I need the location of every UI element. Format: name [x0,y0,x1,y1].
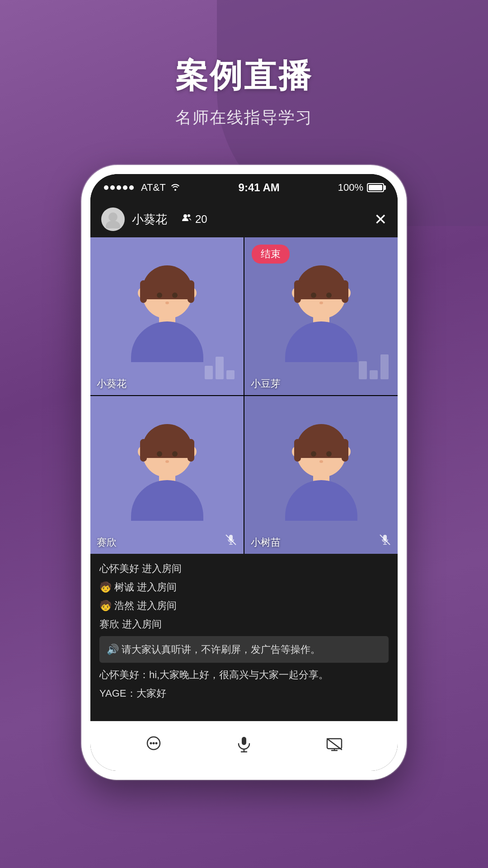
chat-icon [144,734,164,758]
bg-bars-1 [205,357,235,379]
video-label-1: 小葵花 [97,377,127,391]
svg-point-12 [153,742,155,745]
video-label-3: 赛欣 [97,536,117,549]
phone-wrapper: AT&T 9:41 AM 100% [0,165,488,780]
page-subtitle: 名师在线指导学习 [0,107,488,129]
hair-side-right-3 [188,439,194,462]
screen-off-icon [324,734,344,758]
signal-dot-4 [123,185,127,190]
eyes-1 [157,292,178,298]
eyes-2 [311,292,332,298]
mic-icon [234,734,254,758]
emoji-1: 🧒 [99,581,112,593]
bg-bars-2 [359,354,389,379]
hair-side-left-2 [294,280,301,303]
svg-point-1 [106,221,120,228]
face-1 [142,269,192,319]
close-button[interactable]: ✕ [374,210,387,228]
signal-dot-5 [129,185,134,190]
avatar-1 [127,269,208,364]
notice-text: 🔊 请大家认真听讲，不许刷屏，发广告等操作。 [107,644,320,655]
bar2-2 [370,370,378,379]
signal-dot-3 [117,185,121,190]
signal-dot-2 [110,185,115,190]
phone-screen: AT&T 9:41 AM 100% [90,174,398,771]
app-header: 小葵花 20 ✕ [90,201,398,237]
eyes-4 [311,451,332,457]
nose-1 [165,302,169,304]
eye-right-1 [172,292,178,298]
signal-dot-1 [104,185,108,190]
mute-icon-4 [379,533,391,549]
chat-msg-3: 赛欣 进入房间 [99,617,389,632]
mute-icon-3 [225,533,237,549]
avatar-2 [281,269,362,364]
eye-right-3 [172,451,178,457]
avatar-4 [281,428,362,523]
status-left: AT&T [104,182,180,193]
svg-point-0 [108,212,117,222]
face-3 [142,428,192,477]
svg-rect-14 [242,737,246,745]
video-label-4: 小树苗 [251,536,281,549]
host-username: 小葵花 [132,212,167,227]
eye-left-2 [311,292,316,298]
body-3 [131,480,203,521]
chat-msg-4: 心怀美好：hi,大家晚上好，很高兴与大家一起分享。 [99,667,389,682]
face-4 [296,428,346,477]
chat-area: 心怀美好 进入房间 🧒 树诚 进入房间 🧒 浩然 进入房间 赛欣 进入房间 🔊 … [90,554,398,721]
host-avatar [101,208,125,231]
eye-left-4 [311,451,316,457]
hair-side-left-4 [294,439,301,462]
carrier-label: AT&T [141,182,166,193]
battery-fill [369,185,382,190]
hair-side-right-1 [188,280,194,303]
chat-button[interactable] [138,731,169,762]
battery-icon [367,183,384,192]
viewer-count-text: 20 [195,213,207,226]
chat-msg-2: 🧒 浩然 进入房间 [99,598,389,613]
hair-side-left-3 [140,439,147,462]
body-4 [285,480,357,521]
chat-msg-0: 心怀美好 进入房间 [99,561,389,576]
viewer-icon [182,213,192,226]
status-right: 100% [338,182,384,193]
svg-point-3 [188,214,190,217]
body-2 [285,321,357,362]
video-cell-2[interactable]: 结束 [244,237,398,395]
signal-dots [104,185,134,190]
status-bar: AT&T 9:41 AM 100% [90,174,398,201]
chat-msg-1: 🧒 树诚 进入房间 [99,580,389,594]
avatar-3 [127,428,208,523]
svg-line-20 [327,739,342,750]
bar2-1 [359,361,367,379]
screen-button[interactable] [319,731,350,762]
end-badge[interactable]: 结束 [252,245,290,264]
mic-button[interactable] [228,731,260,762]
nose-2 [319,302,323,304]
bar-3 [226,370,235,379]
nose-4 [319,460,323,463]
wifi-icon [170,182,180,193]
nose-3 [165,460,169,463]
eye-left-1 [157,292,162,298]
svg-point-13 [155,742,158,745]
status-time: 9:41 AM [239,181,280,194]
eye-right-2 [326,292,332,298]
svg-point-11 [150,742,152,745]
page-title: 案例直播 [0,54,488,98]
bar2-3 [380,354,389,379]
video-label-2: 小豆芽 [251,377,281,391]
video-cell-3[interactable]: 赛欣 [90,396,244,554]
page-header: 案例直播 名师在线指导学习 [0,0,488,147]
battery-text: 100% [338,182,363,193]
viewer-count: 20 [182,213,207,226]
svg-point-2 [183,214,187,218]
video-cell-4[interactable]: 小树苗 [244,396,398,554]
eyes-3 [157,451,178,457]
bottom-toolbar [90,721,398,771]
hair-side-left-1 [140,280,147,303]
hair-side-right-2 [342,280,348,303]
video-cell-1[interactable]: 小葵花 [90,237,244,395]
bar-2 [216,357,224,379]
